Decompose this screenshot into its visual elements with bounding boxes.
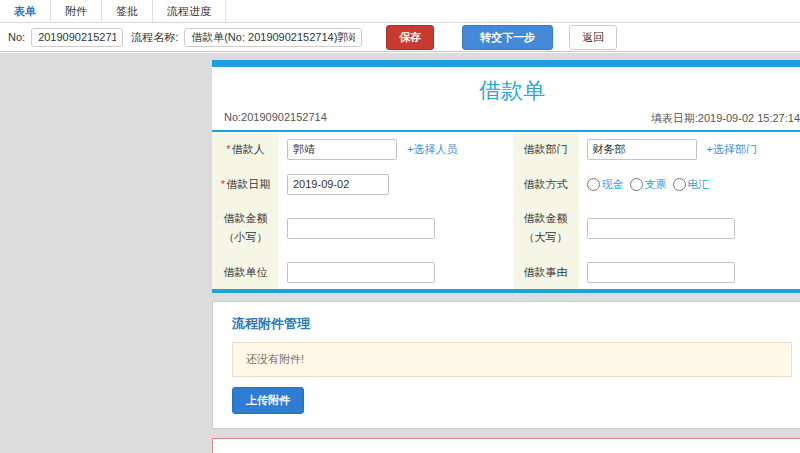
amount-upper-input[interactable] <box>587 218 735 239</box>
borrower-field-cell: +选择人员 <box>279 132 513 167</box>
form-number-text: No:20190902152714 <box>224 111 327 126</box>
loan-date-field-cell <box>279 167 513 202</box>
wire-transfer-radio-label: 电汇 <box>688 177 710 192</box>
form-top-accent-bar <box>212 60 800 67</box>
table-row: 借款单位 借款事由 <box>212 255 800 290</box>
borrower-input[interactable] <box>287 139 397 160</box>
amount-upper-field-cell <box>579 201 800 254</box>
borrower-label-cell: *借款人 <box>212 132 279 167</box>
no-attachment-notice: 还没有附件! <box>232 342 792 377</box>
loan-date-input[interactable] <box>287 174 389 195</box>
document-area: 借款单 No:20190902152714 填表日期:2019-09-02 15… <box>212 60 800 453</box>
amount-lower-label-cell: 借款金额（小写） <box>212 201 279 254</box>
amount-lower-label: 借款金额（小写） <box>224 212 268 243</box>
department-label-cell: 借款部门 <box>513 132 579 167</box>
choose-person-link[interactable]: +选择人员 <box>407 143 457 155</box>
loan-reason-field-cell <box>579 255 800 290</box>
form-fill-date-text: 填表日期:2019-09-02 15:27:14 <box>651 111 800 126</box>
approval-section: 流程签批意见 B I abc <box>212 438 800 453</box>
loan-method-field-cell: 现金 支票 电汇 <box>579 167 800 202</box>
table-row: *借款人 +选择人员 借款部门 +选择部门 <box>212 132 800 167</box>
save-button[interactable]: 保存 <box>386 25 434 50</box>
attachment-section: 流程附件管理 还没有附件! 上传附件 <box>212 301 800 429</box>
amount-lower-field-cell <box>279 201 513 254</box>
cheque-radio-label: 支票 <box>645 177 667 192</box>
department-field-cell: +选择部门 <box>579 132 800 167</box>
attachment-section-heading: 流程附件管理 <box>232 315 792 333</box>
process-name-input[interactable] <box>184 28 362 47</box>
tab-approval[interactable]: 签批 <box>102 0 153 22</box>
form-meta-row: No:20190902152714 填表日期:2019-09-02 15:27:… <box>212 109 800 132</box>
table-row: *借款日期 借款方式 现金 支票 电汇 <box>212 167 800 202</box>
loan-date-label-cell: *借款日期 <box>212 167 279 202</box>
page-title: 借款单 <box>212 67 800 109</box>
loan-method-label: 借款方式 <box>524 178 568 190</box>
choose-department-link[interactable]: +选择部门 <box>707 143 757 155</box>
form-bottom-accent-bar <box>212 289 800 293</box>
upload-attachment-button[interactable]: 上传附件 <box>232 387 304 414</box>
cheque-radio[interactable] <box>630 178 643 191</box>
process-name-label: 流程名称: <box>131 30 178 45</box>
amount-upper-label: 借款金额（大写） <box>524 212 568 243</box>
command-bar: No: 流程名称: 保存 转交下一步 返回 <box>0 23 800 52</box>
tab-form[interactable]: 表单 <box>0 0 51 22</box>
wire-transfer-radio[interactable] <box>673 178 686 191</box>
loan-unit-input[interactable] <box>287 262 435 283</box>
workspace-background: 借款单 No:20190902152714 填表日期:2019-09-02 15… <box>0 53 800 453</box>
top-tab-bar: 表单 附件 签批 流程进度 <box>0 0 800 23</box>
loan-unit-field-cell <box>279 255 513 290</box>
loan-method-radio-group: 现金 支票 电汇 <box>587 177 800 192</box>
loan-unit-label: 借款单位 <box>224 266 268 278</box>
table-row: 借款金额（小写） 借款金额（大写） <box>212 201 800 254</box>
cash-radio[interactable] <box>587 178 600 191</box>
no-input[interactable] <box>31 28 123 47</box>
borrower-label: 借款人 <box>232 143 265 155</box>
loan-unit-label-cell: 借款单位 <box>212 255 279 290</box>
loan-reason-label: 借款事由 <box>524 266 568 278</box>
required-asterisk: * <box>226 143 230 155</box>
tab-attachments[interactable]: 附件 <box>51 0 102 22</box>
loan-method-label-cell: 借款方式 <box>513 167 579 202</box>
back-button[interactable]: 返回 <box>569 25 617 50</box>
required-asterisk: * <box>221 178 225 190</box>
loan-date-label: 借款日期 <box>226 178 270 190</box>
forward-next-step-button[interactable]: 转交下一步 <box>462 25 553 50</box>
amount-upper-label-cell: 借款金额（大写） <box>513 201 579 254</box>
amount-lower-input[interactable] <box>287 218 435 239</box>
loan-reason-label-cell: 借款事由 <box>513 255 579 290</box>
cash-radio-label: 现金 <box>602 177 624 192</box>
tab-process-progress[interactable]: 流程进度 <box>153 0 226 22</box>
loan-reason-input[interactable] <box>587 262 735 283</box>
no-label: No: <box>8 31 25 43</box>
department-label: 借款部门 <box>524 143 568 155</box>
loan-form-card: 借款单 No:20190902152714 填表日期:2019-09-02 15… <box>212 60 800 293</box>
department-input[interactable] <box>587 139 697 160</box>
loan-form-table: *借款人 +选择人员 借款部门 +选择部门 <box>212 132 800 289</box>
